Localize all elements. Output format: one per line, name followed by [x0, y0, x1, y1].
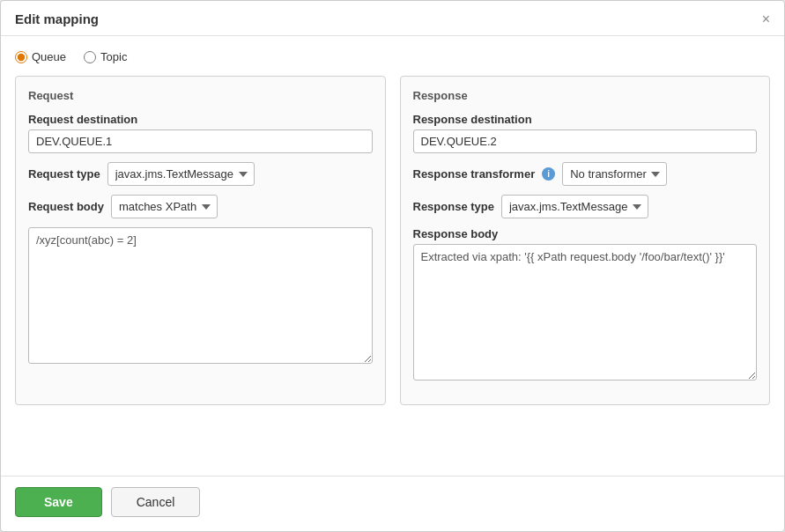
topic-radio-label[interactable]: Topic [84, 50, 127, 63]
request-body-matcher-select[interactable]: matches XPath [111, 195, 218, 218]
request-destination-label: Request destination [28, 113, 373, 126]
request-type-row: Request type javax.jms.TextMessage [28, 162, 373, 186]
save-button[interactable]: Save [15, 487, 102, 517]
response-body-label: Response body [413, 227, 758, 240]
queue-radio-label[interactable]: Queue [15, 50, 66, 63]
request-panel: Request Request destination Request type… [15, 76, 386, 405]
response-transformer-row: Response transformer i No transformer [413, 162, 758, 186]
edit-mapping-dialog: Edit mapping × Queue Topic Request Reque… [0, 0, 785, 532]
response-type-row: Response type javax.jms.TextMessage [413, 195, 758, 218]
queue-radio[interactable] [15, 51, 27, 63]
response-transformer-select[interactable]: No transformer [562, 162, 667, 186]
request-type-label: Request type [28, 167, 100, 181]
response-destination-field: Response destination [413, 113, 758, 153]
dialog-footer: Save Cancel [1, 476, 784, 531]
response-panel: Response Response destination Response t… [400, 76, 771, 405]
cancel-button[interactable]: Cancel [111, 487, 201, 517]
response-destination-label: Response destination [413, 113, 758, 126]
response-panel-title: Response [413, 89, 758, 102]
request-panel-title: Request [28, 89, 373, 102]
request-body-row: Request body matches XPath [28, 195, 373, 218]
topic-label: Topic [100, 50, 127, 63]
response-body-field: Response body Extracted via xpath: '{{ x… [413, 227, 758, 383]
request-body-label: Request body [28, 200, 104, 213]
response-type-select[interactable]: javax.jms.TextMessage [501, 195, 648, 218]
close-button[interactable]: × [762, 12, 770, 26]
response-type-label: Response type [413, 200, 494, 213]
dialog-body: Queue Topic Request Request destination … [1, 36, 784, 476]
request-destination-field: Request destination [28, 113, 373, 153]
response-destination-input[interactable] [413, 129, 758, 153]
panels-container: Request Request destination Request type… [15, 76, 770, 405]
response-transformer-label: Response transformer [413, 167, 536, 181]
response-body-textarea[interactable]: Extracted via xpath: '{{ xPath request.b… [413, 244, 758, 381]
dialog-title: Edit mapping [15, 11, 99, 26]
request-body-textarea[interactable]: /xyz[count(abc) = 2] [28, 227, 373, 364]
dialog-header: Edit mapping × [1, 1, 784, 36]
request-destination-input[interactable] [28, 129, 373, 153]
transformer-info-icon: i [542, 167, 555, 181]
topic-radio[interactable] [84, 51, 96, 63]
destination-type-radio-group: Queue Topic [15, 50, 770, 63]
request-body-textarea-field: /xyz[count(abc) = 2] [28, 227, 373, 366]
queue-label: Queue [32, 50, 66, 63]
request-type-select[interactable]: javax.jms.TextMessage [107, 162, 255, 186]
